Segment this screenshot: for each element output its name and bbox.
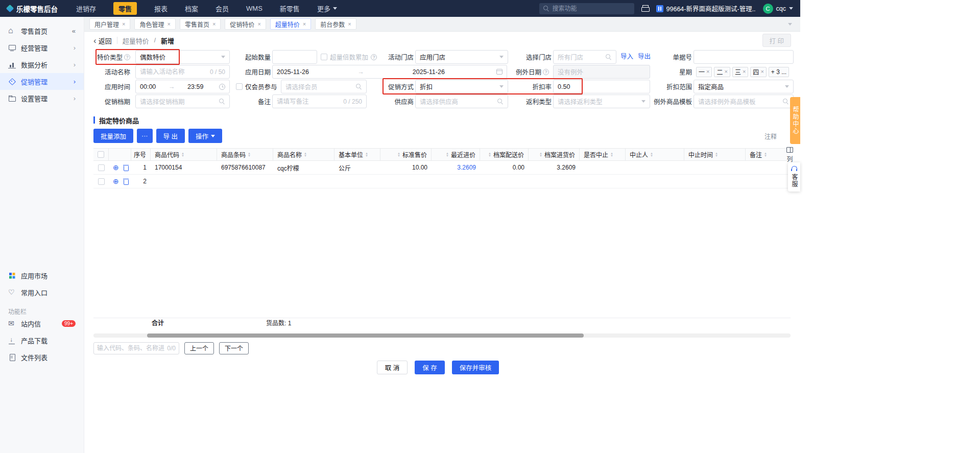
printer-icon[interactable]: [641, 5, 649, 12]
close-icon[interactable]: [724, 69, 727, 75]
row-checkbox[interactable]: [98, 164, 105, 171]
tab-promo-price[interactable]: 促销特价: [225, 18, 266, 30]
operate-button[interactable]: 操作: [188, 129, 222, 143]
cancel-button[interactable]: 取 消: [377, 361, 408, 374]
week-more-tag[interactable]: + 3 ...: [769, 67, 789, 77]
sidebar-item-messages[interactable]: 站内信 99+: [0, 315, 84, 332]
sort-icon[interactable]: [397, 152, 400, 157]
question-icon[interactable]: [543, 69, 549, 75]
close-icon[interactable]: [760, 69, 763, 75]
select-all-checkbox[interactable]: [98, 151, 104, 158]
back-button[interactable]: 返回: [93, 36, 112, 45]
multiple-accumulate-checkbox[interactable]: 超量倍数累加: [321, 50, 377, 64]
tab-front-params[interactable]: 前台参数: [315, 18, 356, 30]
supplier-field[interactable]: 请选择供应商: [415, 94, 508, 108]
product-quick-search-input[interactable]: [97, 345, 165, 352]
export-products-button[interactable]: 导 出: [156, 129, 185, 143]
tab-role-management[interactable]: 角色管理: [134, 18, 175, 30]
sidebar-item-app-market[interactable]: 应用市场: [0, 267, 84, 284]
week-tag[interactable]: 一: [696, 67, 712, 77]
sort-icon[interactable]: [365, 152, 368, 157]
sidebar-item-downloads[interactable]: 产品下载: [0, 332, 84, 349]
nav-item-archives[interactable]: 档案: [185, 4, 198, 13]
sort-icon[interactable]: [181, 152, 184, 157]
tab-user-management[interactable]: 用户管理: [89, 18, 130, 30]
member-only-checkbox[interactable]: 仅会员参与: [236, 80, 277, 93]
promo-schedule-field[interactable]: 请选择促销档期: [135, 94, 230, 108]
customer-service-widget[interactable]: 客服: [788, 162, 800, 192]
checkbox[interactable]: [236, 83, 243, 90]
nav-item-inventory[interactable]: 进销存: [76, 4, 96, 13]
nav-item-more[interactable]: 更多: [317, 4, 337, 13]
apply-date-range[interactable]: 2025-11-262025-11-26: [272, 65, 507, 79]
week-tag[interactable]: 二: [714, 67, 730, 77]
import-link[interactable]: 导入: [620, 50, 633, 64]
question-icon[interactable]: [124, 54, 130, 60]
product-quick-search[interactable]: 0/0: [93, 342, 179, 354]
close-icon[interactable]: [348, 21, 351, 27]
horizontal-scrollbar[interactable]: [93, 333, 791, 338]
nav-item-reports[interactable]: 报表: [154, 4, 168, 13]
remark-input[interactable]: [277, 98, 340, 105]
checkbox[interactable]: [321, 54, 327, 60]
column-settings-widget[interactable]: 列: [786, 147, 793, 163]
apply-time-range[interactable]: 00:0023:59: [135, 80, 230, 93]
sidebar-item-files[interactable]: 文件列表: [0, 349, 84, 366]
tab-list-dropdown-icon[interactable]: [788, 23, 792, 26]
search-icon[interactable]: [219, 99, 225, 105]
sidebar-item-favorites[interactable]: 常用入口: [0, 284, 84, 301]
select-store-field[interactable]: 所有门店: [553, 50, 616, 64]
sort-icon[interactable]: [304, 152, 307, 157]
add-row-icon[interactable]: [113, 178, 119, 185]
sidebar-item-analytics[interactable]: 数据分析: [0, 56, 84, 73]
member-select-field[interactable]: 请选择会员: [281, 80, 367, 93]
sidebar-item-business[interactable]: 经营管理: [0, 39, 84, 56]
batch-add-button[interactable]: 批量添加: [93, 129, 133, 143]
nav-item-retail[interactable]: 零售: [113, 2, 137, 15]
sort-icon[interactable]: [248, 152, 251, 157]
print-button[interactable]: 打 印: [762, 34, 791, 47]
discount-range-select[interactable]: 指定商品: [694, 80, 794, 93]
start-qty-input[interactable]: [277, 54, 313, 61]
nav-item-members[interactable]: 会员: [216, 4, 229, 13]
org-selector[interactable]: 99664-新界面商超版测试-管理...: [656, 4, 756, 13]
table-row[interactable]: 2: [93, 175, 791, 188]
recent-price-link[interactable]: 3.2609: [457, 164, 476, 171]
activity-name-input[interactable]: [140, 68, 207, 76]
close-icon[interactable]: [167, 21, 170, 27]
sort-icon[interactable]: [488, 152, 491, 157]
doc-no-input[interactable]: [698, 54, 789, 61]
sort-icon[interactable]: [650, 152, 653, 157]
sort-icon[interactable]: [764, 152, 767, 157]
save-button[interactable]: 保 存: [415, 361, 444, 374]
table-row[interactable]: 1 17000154 6975876610087 cqc柠檬 公斤 10.00 …: [93, 161, 791, 175]
nav-item-wms[interactable]: WMS: [246, 5, 262, 12]
sidebar-item-promotion[interactable]: 促销管理: [0, 73, 84, 90]
trash-icon[interactable]: [123, 178, 127, 185]
close-icon[interactable]: [257, 21, 260, 27]
sort-icon[interactable]: [539, 152, 542, 157]
exception-template-field[interactable]: 请选择例外商品模板: [694, 94, 794, 108]
activity-store-select[interactable]: 应用门店: [415, 50, 508, 64]
discount-rate-input[interactable]: [558, 83, 646, 90]
save-and-audit-button[interactable]: 保存并审核: [452, 361, 499, 374]
collapse-sidebar-icon[interactable]: [72, 27, 76, 35]
close-icon[interactable]: [706, 69, 709, 75]
close-icon[interactable]: [303, 21, 306, 27]
sort-icon[interactable]: [446, 152, 449, 157]
sort-icon[interactable]: [610, 152, 613, 157]
sidebar-item-settings[interactable]: 设置管理: [0, 90, 84, 107]
export-link[interactable]: 导出: [638, 50, 651, 64]
prev-button[interactable]: 上一个: [184, 342, 214, 354]
trash-icon[interactable]: [123, 164, 127, 171]
global-search[interactable]: [539, 3, 634, 14]
rebate-type-select[interactable]: 请选择返利类型: [553, 94, 650, 108]
sort-icon[interactable]: [715, 152, 718, 157]
nav-item-new-retail[interactable]: 新零售: [280, 4, 300, 13]
tab-retail-home[interactable]: 零售首页: [180, 18, 221, 30]
more-actions-button[interactable]: ···: [137, 129, 153, 143]
search-icon[interactable]: [606, 54, 612, 60]
search-icon[interactable]: [356, 84, 362, 90]
help-center-tab[interactable]: 帮助中心: [790, 97, 800, 144]
scrollbar-thumb[interactable]: [147, 333, 584, 338]
